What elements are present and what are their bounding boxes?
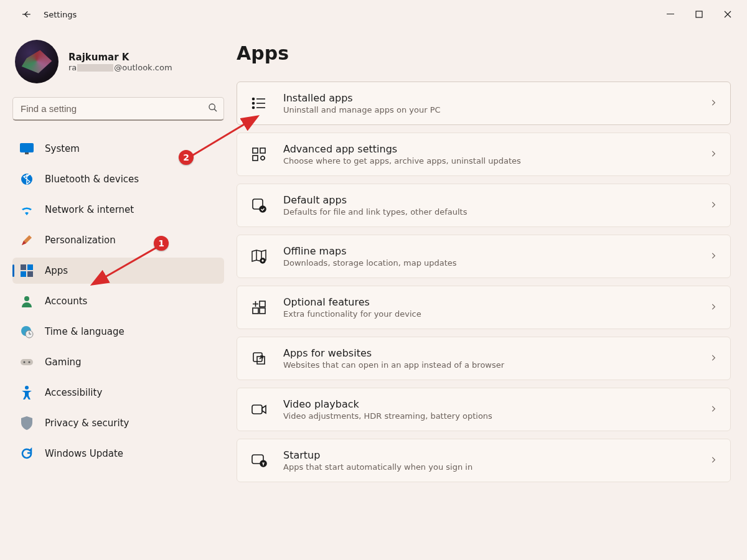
close-button[interactable] xyxy=(713,4,742,24)
card-startup[interactable]: Startup Apps that start automatically wh… xyxy=(237,439,731,482)
open-external-icon xyxy=(251,350,267,366)
avatar xyxy=(15,40,59,83)
card-subtitle: Downloads, storage location, map updates xyxy=(283,258,693,268)
svg-rect-28 xyxy=(253,308,258,314)
svg-rect-1 xyxy=(696,11,702,17)
close-icon xyxy=(724,11,731,18)
svg-rect-7 xyxy=(27,264,33,270)
svg-rect-21 xyxy=(260,148,265,153)
sidebar-item-label: Gaming xyxy=(45,357,82,368)
paintbrush-icon xyxy=(20,233,34,247)
svg-point-17 xyxy=(253,98,255,100)
sidebar: Rajkumar K ra@outlook.com System xyxy=(0,29,237,560)
wifi-icon xyxy=(20,203,34,217)
card-advanced-app-settings[interactable]: Advanced app settings Choose where to ge… xyxy=(237,133,731,176)
app-check-icon xyxy=(251,197,267,213)
svg-point-2 xyxy=(209,104,215,110)
card-installed-apps[interactable]: Installed apps Uninstall and manage apps… xyxy=(237,82,731,125)
card-default-apps[interactable]: Default apps Defaults for file and link … xyxy=(237,184,731,227)
startup-icon xyxy=(251,452,267,469)
card-video-playback[interactable]: Video playback Video adjustments, HDR st… xyxy=(237,388,731,431)
svg-rect-4 xyxy=(25,152,29,154)
redacted-segment xyxy=(77,64,113,72)
card-subtitle: Extra functionality for your device xyxy=(283,309,693,319)
sidebar-item-label: Windows Update xyxy=(45,448,123,459)
video-icon xyxy=(251,401,267,418)
svg-rect-0 xyxy=(667,14,674,14)
back-button[interactable] xyxy=(14,2,39,27)
card-subtitle: Uninstall and manage apps on your PC xyxy=(283,105,693,114)
svg-rect-29 xyxy=(260,308,265,314)
display-icon xyxy=(20,142,34,156)
chevron-right-icon xyxy=(709,404,718,416)
card-title: Video playback xyxy=(283,398,693,410)
sidebar-item-label: System xyxy=(45,143,80,154)
grid-gear-icon xyxy=(251,146,267,162)
profile-name: Rajkumar K xyxy=(68,52,172,63)
svg-point-10 xyxy=(24,296,29,301)
card-subtitle: Video adjustments, HDR streaming, batter… xyxy=(283,411,693,421)
sidebar-item-bluetooth[interactable]: Bluetooth & devices xyxy=(12,166,224,192)
sidebar-item-apps[interactable]: Apps xyxy=(12,258,224,284)
chevron-right-icon xyxy=(709,455,718,467)
search-input[interactable] xyxy=(12,97,224,121)
sidebar-nav: System Bluetooth & devices Network & int… xyxy=(12,136,224,467)
maximize-button[interactable] xyxy=(685,4,713,24)
chevron-right-icon xyxy=(709,302,718,314)
sidebar-item-label: Bluetooth & devices xyxy=(45,174,139,185)
list-icon xyxy=(251,95,267,111)
card-apps-for-websites[interactable]: Apps for websites Websites that can open… xyxy=(237,337,731,380)
window-title: Settings xyxy=(44,10,77,19)
globe-clock-icon xyxy=(20,325,34,338)
person-icon xyxy=(20,294,34,308)
sidebar-item-privacy[interactable]: Privacy & security xyxy=(12,410,224,436)
chevron-right-icon xyxy=(709,200,718,212)
shield-icon xyxy=(20,416,34,430)
page-title: Apps xyxy=(237,42,731,64)
svg-point-15 xyxy=(29,362,31,363)
sidebar-item-label: Privacy & security xyxy=(45,418,129,429)
sidebar-item-network[interactable]: Network & internet xyxy=(12,197,224,223)
sidebar-item-accessibility[interactable]: Accessibility xyxy=(12,380,224,406)
accessibility-icon xyxy=(20,386,34,399)
sidebar-item-accounts[interactable]: Accounts xyxy=(12,288,224,314)
sidebar-item-label: Time & language xyxy=(45,326,125,337)
profile-email: ra@outlook.com xyxy=(68,63,172,72)
svg-point-25 xyxy=(260,206,266,212)
sidebar-item-label: Accessibility xyxy=(45,387,102,398)
svg-point-14 xyxy=(24,362,26,363)
sidebar-item-update[interactable]: Windows Update xyxy=(12,441,224,467)
card-title: Startup xyxy=(283,449,693,461)
maximize-icon xyxy=(695,11,703,18)
search-box[interactable] xyxy=(12,97,224,121)
card-subtitle: Defaults for file and link types, other … xyxy=(283,207,693,217)
profile-block[interactable]: Rajkumar K ra@outlook.com xyxy=(12,40,224,83)
map-download-icon xyxy=(251,248,267,264)
svg-point-18 xyxy=(253,103,255,105)
sidebar-item-personalization[interactable]: Personalization xyxy=(12,227,224,253)
card-title: Apps for websites xyxy=(283,347,693,359)
card-title: Advanced app settings xyxy=(283,143,693,155)
grid-plus-icon xyxy=(251,299,267,315)
svg-point-16 xyxy=(25,386,29,390)
chevron-right-icon xyxy=(709,149,718,161)
sidebar-item-time[interactable]: Time & language xyxy=(12,319,224,345)
svg-rect-9 xyxy=(27,271,33,277)
chevron-right-icon xyxy=(709,98,718,110)
svg-rect-20 xyxy=(253,148,258,153)
sidebar-item-label: Personalization xyxy=(45,235,116,246)
title-bar: Settings xyxy=(0,0,747,29)
svg-rect-6 xyxy=(21,264,26,270)
minimize-button[interactable] xyxy=(656,4,685,24)
svg-point-19 xyxy=(253,107,255,109)
gamepad-icon xyxy=(20,355,34,369)
card-subtitle: Choose where to get apps, archive apps, … xyxy=(283,156,693,166)
card-optional-features[interactable]: Optional features Extra functionality fo… xyxy=(237,286,731,329)
arrow-left-icon xyxy=(21,9,32,20)
chevron-right-icon xyxy=(709,251,718,263)
sidebar-item-label: Network & internet xyxy=(45,204,134,215)
card-offline-maps[interactable]: Offline maps Downloads, storage location… xyxy=(237,235,731,278)
sidebar-item-gaming[interactable]: Gaming xyxy=(12,349,224,375)
sidebar-item-system[interactable]: System xyxy=(12,136,224,162)
search-icon xyxy=(208,103,218,115)
